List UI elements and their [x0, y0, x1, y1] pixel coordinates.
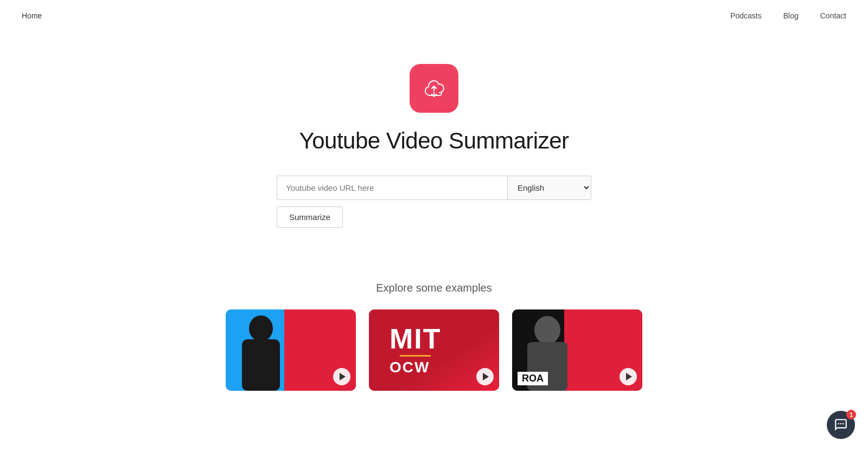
- svg-point-2: [249, 315, 273, 341]
- card-play-btn-2[interactable]: [476, 368, 494, 385]
- chat-widget[interactable]: 1: [827, 411, 855, 439]
- input-row: English Spanish French German Portuguese…: [277, 176, 591, 200]
- svg-point-8: [843, 423, 844, 425]
- ocw-label: OCW: [390, 359, 430, 376]
- nav-home[interactable]: Home: [22, 11, 42, 21]
- summarize-form: English Spanish French German Portuguese…: [277, 176, 591, 228]
- person-silhouette-1: [226, 309, 296, 391]
- mit-underline: [400, 355, 431, 357]
- roa-label: ROA: [518, 372, 548, 385]
- blog-link[interactable]: Blog: [783, 11, 799, 20]
- summarize-button[interactable]: Summarize: [277, 206, 343, 228]
- card-play-btn-1[interactable]: [333, 368, 350, 385]
- svg-point-4: [534, 316, 560, 344]
- svg-rect-3: [242, 339, 280, 391]
- play-triangle-1: [340, 373, 346, 380]
- mit-content: MIT OCW: [380, 315, 451, 386]
- svg-point-7: [840, 423, 842, 425]
- examples-title: Explore some examples: [0, 282, 868, 294]
- card-inner-2: MIT OCW: [369, 309, 499, 391]
- language-select[interactable]: English Spanish French German Portuguese…: [507, 176, 591, 200]
- examples-section: Explore some examples MIT: [0, 282, 868, 391]
- home-link[interactable]: Home: [22, 11, 42, 20]
- app-icon: [410, 64, 458, 113]
- card-play-btn-3[interactable]: [620, 368, 637, 385]
- card-inner-3: ROA: [512, 309, 642, 391]
- play-triangle-2: [483, 373, 489, 380]
- page-title: Youtube Video Summarizer: [299, 128, 569, 154]
- contact-link[interactable]: Contact: [820, 11, 846, 20]
- youtube-url-input[interactable]: [277, 176, 507, 200]
- svg-point-6: [838, 423, 839, 425]
- example-card-3[interactable]: ROA: [512, 309, 642, 391]
- card-inner-1: [226, 309, 356, 391]
- mit-label: MIT: [390, 325, 442, 353]
- play-triangle-3: [626, 373, 632, 380]
- navbar: Home Podcasts Blog Contact: [0, 0, 868, 31]
- example-card-1[interactable]: [226, 309, 356, 391]
- nav-links: Podcasts Blog Contact: [730, 11, 846, 20]
- chat-badge: 1: [846, 410, 856, 419]
- example-card-2[interactable]: MIT OCW: [369, 309, 499, 391]
- podcasts-link[interactable]: Podcasts: [730, 11, 762, 20]
- hero-section: Youtube Video Summarizer English Spanish…: [0, 31, 868, 228]
- examples-cards: MIT OCW ROA: [0, 309, 868, 391]
- chat-icon: [834, 418, 848, 432]
- cloud-upload-icon: [420, 74, 448, 102]
